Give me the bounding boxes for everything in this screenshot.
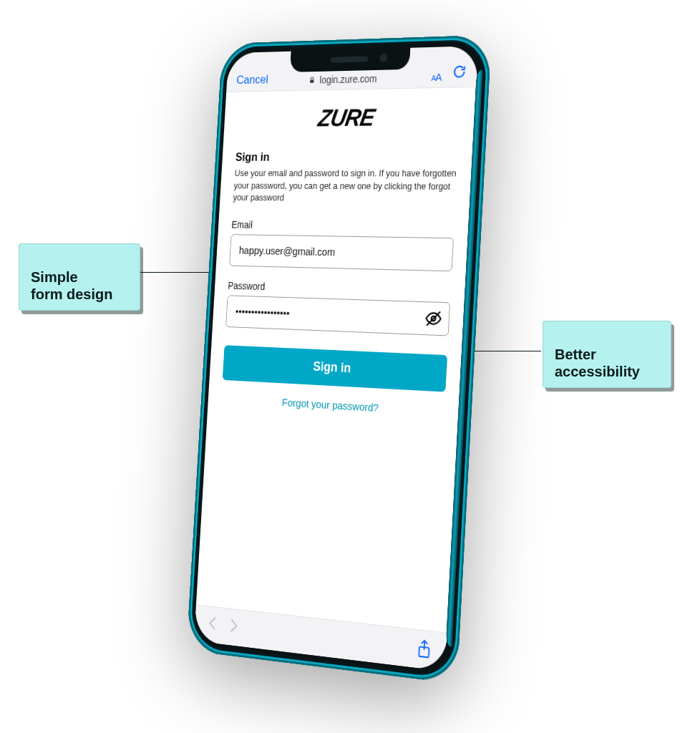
page-title: Sign in <box>235 150 458 165</box>
address-text: login.zure.com <box>319 73 377 86</box>
address-bar[interactable]: login.zure.com <box>308 73 377 86</box>
callout-text: Simple form design <box>31 269 112 302</box>
reader-mode-button[interactable]: AA <box>431 71 442 83</box>
password-field[interactable] <box>234 304 442 325</box>
share-button[interactable] <box>416 638 432 662</box>
browser-bottom-toolbar <box>194 604 447 671</box>
chevron-right-icon <box>230 618 239 633</box>
sign-in-button[interactable]: Sign in <box>223 345 447 392</box>
email-label: Email <box>231 219 454 233</box>
reader-large-a: A <box>435 71 442 83</box>
page-description: Use your email and password to sign in. … <box>233 167 457 205</box>
chevron-left-icon <box>208 616 217 631</box>
svg-rect-0 <box>310 79 313 83</box>
page-content: ZURE Sign in Use your email and password… <box>196 87 477 633</box>
callout-text: Better accessibility <box>555 346 640 379</box>
email-field-wrap <box>229 234 454 271</box>
svg-line-2 <box>427 311 440 326</box>
reader-small-a: A <box>431 74 435 82</box>
svg-point-1 <box>431 316 435 321</box>
callout-accessibility: Better accessibility <box>543 321 671 388</box>
toggle-password-visibility[interactable] <box>424 309 442 328</box>
phone-mockup: Cancel login.zure.com AA <box>122 7 508 723</box>
lock-icon <box>308 76 316 84</box>
nav-forward-button[interactable] <box>229 618 238 637</box>
share-icon <box>417 638 432 659</box>
reload-icon <box>452 64 467 80</box>
cancel-button[interactable]: Cancel <box>236 73 268 87</box>
phone-notch <box>290 48 410 72</box>
password-label: Password <box>228 280 451 298</box>
reload-button[interactable] <box>452 64 467 83</box>
email-field[interactable] <box>238 243 444 261</box>
forgot-password-link[interactable]: Forgot your password? <box>282 396 379 414</box>
brand-logo: ZURE <box>316 104 376 132</box>
nav-back-button[interactable] <box>208 616 217 635</box>
svg-rect-3 <box>419 646 429 657</box>
eye-off-icon <box>424 309 442 328</box>
password-field-wrap <box>225 295 450 336</box>
phone-screen: Cancel login.zure.com AA <box>194 46 479 671</box>
